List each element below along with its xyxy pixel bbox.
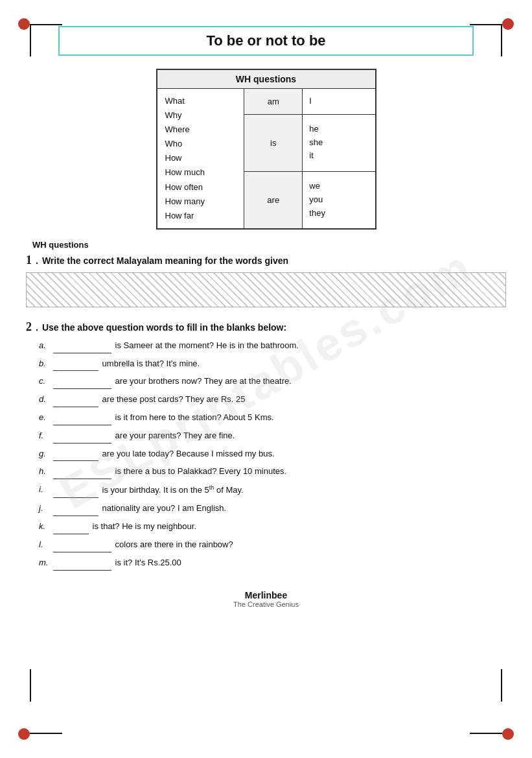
corner-line: [30, 24, 62, 25]
footer-brand: Merlinbee: [26, 590, 506, 600]
blank-c: [53, 375, 111, 389]
corner-marker-bl: [18, 728, 30, 740]
wh-table-container: WH questions WhatWhyWhereWhoHowHow muchH…: [26, 69, 506, 230]
list-item: f. are your parents? They are fine.: [39, 429, 506, 444]
pronouns-we-you-they: weyouthey: [303, 171, 376, 229]
corner-line: [501, 24, 502, 56]
list-item: e. is it from here to the station? About…: [39, 411, 506, 425]
li-label-g: g.: [39, 447, 51, 462]
li-label-f: f.: [39, 429, 51, 444]
list-item: k. is that? He is my neighbour.: [39, 520, 506, 534]
list-item: d. are these post cards? They are Rs. 25: [39, 393, 506, 407]
corner-marker-tl: [18, 18, 30, 30]
list-item: g. are you late today? Because I missed …: [39, 447, 506, 462]
list-item: m. is it? It's Rs.25.00: [39, 556, 506, 571]
q2-number: 2: [26, 320, 32, 334]
answer-box-q1: [26, 272, 506, 307]
li-label-h: h.: [39, 465, 51, 479]
question-2: 2 . Use the above question words to fill…: [26, 320, 506, 571]
blank-b: [53, 357, 98, 372]
li-label-i: i.: [39, 483, 51, 498]
q1-dot: .: [36, 255, 38, 266]
blank-h: [53, 465, 111, 479]
pronouns-he-she-it: hesheit: [303, 114, 376, 171]
blank-e: [53, 411, 111, 425]
li-label-d: d.: [39, 393, 51, 407]
li-label-b: b.: [39, 357, 51, 372]
blank-m: [53, 556, 111, 571]
verb-is: is: [244, 114, 303, 171]
list-item: l. colors are there in the rainbow?: [39, 538, 506, 552]
blank-f: [53, 429, 111, 444]
wh-words-cell: WhatWhyWhereWhoHowHow muchHow oftenHow m…: [157, 89, 244, 229]
question-1-title: 1 . Write the correct Malayalam meaning …: [26, 254, 506, 267]
question-1: 1 . Write the correct Malayalam meaning …: [26, 254, 506, 307]
q2-dot: .: [36, 322, 38, 333]
list-item: c. are your brothers now? They are at th…: [39, 375, 506, 389]
pronouns-i: I: [303, 89, 376, 115]
wh-table: WH questions WhatWhyWhereWhoHowHow muchH…: [156, 69, 376, 230]
li-label-l: l.: [39, 538, 51, 552]
table-row: WhatWhyWhereWhoHowHow muchHow oftenHow m…: [157, 89, 376, 115]
blank-l: [53, 538, 111, 552]
blank-g: [53, 447, 98, 462]
li-label-c: c.: [39, 375, 51, 389]
li-label-e: e.: [39, 411, 51, 425]
footer: Merlinbee The Creative Genius: [26, 590, 506, 608]
corner-line: [30, 669, 31, 702]
li-label-k: k.: [39, 520, 51, 534]
page-title: To be or not to be: [73, 32, 459, 49]
corner-line: [30, 24, 31, 56]
blank-d: [53, 393, 98, 407]
title-box: To be or not to be: [58, 26, 474, 56]
li-label-m: m.: [39, 556, 51, 571]
blank-i: [53, 484, 98, 499]
blank-k: [53, 520, 89, 534]
list-item: h. is there a bus to Palakkad? Every 10 …: [39, 465, 506, 479]
list-item: b. umbrella is that? It's mine.: [39, 357, 506, 372]
corner-line: [30, 733, 62, 734]
footer-tagline: The Creative Genius: [26, 600, 506, 608]
section-label: WH questions: [32, 240, 506, 250]
verb-are: are: [244, 171, 303, 229]
list-item: a. is Sameer at the moment? He is in the…: [39, 339, 506, 353]
li-label-a: a.: [39, 339, 51, 353]
blank-j: [53, 502, 98, 516]
wh-table-heading: WH questions: [157, 69, 376, 89]
blank-a: [53, 339, 111, 353]
corner-line: [470, 24, 502, 25]
corner-marker-tr: [502, 18, 514, 30]
q1-number: 1: [26, 254, 32, 267]
q2-text: Use the above question words to fill in …: [42, 322, 286, 333]
list-item: i. is your birthday. It is on the 5th of…: [39, 483, 506, 498]
corner-marker-br: [502, 728, 514, 740]
verb-am: am: [244, 89, 303, 115]
blanks-list: a. is Sameer at the moment? He is in the…: [26, 339, 506, 571]
question-2-title: 2 . Use the above question words to fill…: [26, 320, 506, 334]
corner-line: [470, 733, 502, 734]
corner-line: [501, 669, 502, 702]
list-item: j. nationality are you? I am English.: [39, 502, 506, 516]
li-label-j: j.: [39, 502, 51, 516]
q1-text: Write the correct Malayalam meaning for …: [42, 255, 288, 266]
